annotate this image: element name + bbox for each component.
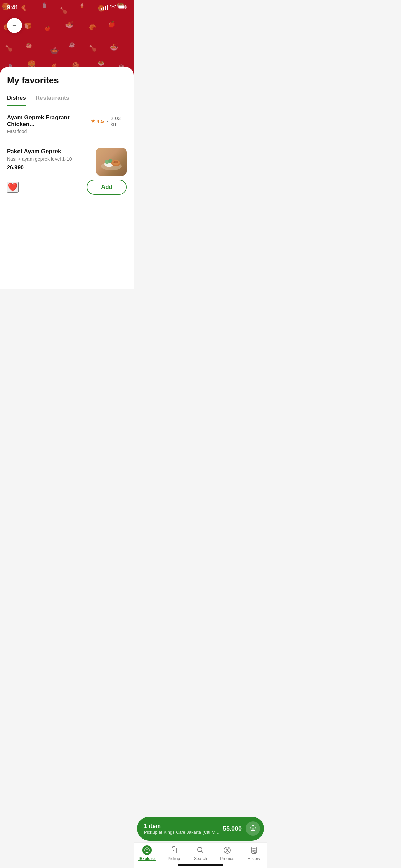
cuisine-type: Fast food bbox=[7, 128, 127, 137]
divider bbox=[7, 141, 127, 141]
dish-row: Paket Ayam Geprek Nasi + ayam geprek lev… bbox=[7, 148, 127, 176]
restaurant-header: Ayam Geprek Fragrant Chicken... ★ 4.5 · … bbox=[0, 111, 134, 138]
rating-value: 4.5 bbox=[97, 118, 104, 124]
svg-rect-2 bbox=[126, 6, 127, 8]
restaurant-name-text: Ayam Geprek Fragrant Chicken... bbox=[7, 114, 88, 128]
dish-card: Paket Ayam Geprek Nasi + ayam geprek lev… bbox=[0, 144, 134, 199]
signal-icon bbox=[101, 5, 108, 10]
dish-info: Paket Ayam Geprek Nasi + ayam geprek lev… bbox=[7, 148, 92, 171]
wifi-icon bbox=[110, 5, 116, 10]
restaurant-distance: 2.03 km bbox=[111, 115, 127, 127]
battery-icon bbox=[118, 5, 127, 10]
dish-actions: ❤️ Add bbox=[7, 180, 127, 195]
status-time: 9:41 bbox=[7, 4, 19, 11]
dish-description: Nasi + ayam geprek level 1-10 bbox=[7, 156, 92, 162]
restaurant-rating: ★ 4.5 bbox=[91, 118, 104, 124]
restaurant-name-row: Ayam Geprek Fragrant Chicken... ★ 4.5 · … bbox=[7, 114, 127, 128]
dish-image bbox=[96, 148, 127, 176]
add-to-cart-button[interactable]: Add bbox=[87, 180, 127, 195]
page-title: My favorites bbox=[0, 67, 134, 91]
svg-rect-1 bbox=[119, 6, 125, 9]
back-arrow-icon: ← bbox=[11, 22, 17, 29]
status-icons bbox=[101, 5, 127, 10]
status-bar: 9:41 bbox=[0, 0, 134, 15]
dish-price: 26.990 bbox=[7, 165, 92, 171]
svg-point-5 bbox=[105, 160, 109, 164]
content-card: My favorites Dishes Restaurants Ayam Gep… bbox=[0, 67, 134, 289]
dish-name: Paket Ayam Geprek bbox=[7, 148, 92, 155]
star-icon: ★ bbox=[91, 118, 95, 124]
dot-separator: · bbox=[107, 118, 108, 124]
tab-restaurants[interactable]: Restaurants bbox=[36, 91, 69, 106]
favorite-button[interactable]: ❤️ bbox=[7, 182, 19, 193]
dish-image-placeholder bbox=[96, 148, 127, 176]
tabs-container: Dishes Restaurants bbox=[0, 91, 134, 106]
back-button[interactable]: ← bbox=[7, 18, 22, 33]
tab-dishes[interactable]: Dishes bbox=[7, 91, 26, 106]
